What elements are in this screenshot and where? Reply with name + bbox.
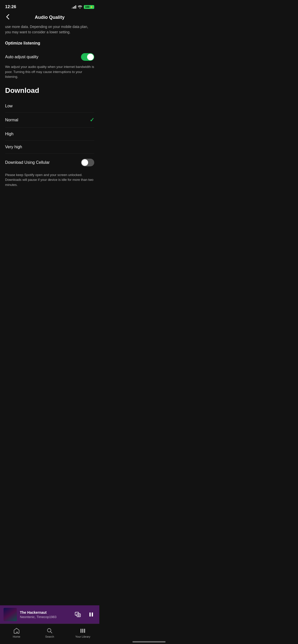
download-quality-low[interactable]: Low xyxy=(5,100,94,113)
status-icons: 100⚡ xyxy=(72,5,94,9)
settings-content: use more data. Depending on your mobile … xyxy=(0,24,99,187)
status-bar: 12:26 100⚡ xyxy=(0,0,99,12)
download-quality-normal[interactable]: Normal ✓ xyxy=(5,113,94,128)
battery-icon: 100⚡ xyxy=(84,5,94,9)
optimize-section-title: Optimize listening xyxy=(5,41,94,46)
cellular-description: Please keep Spotify open and your screen… xyxy=(5,172,94,187)
download-section-title: Download xyxy=(5,86,94,95)
page-title: Audio Quality xyxy=(35,15,65,20)
selected-checkmark: ✓ xyxy=(90,117,94,123)
auto-adjust-description: We adjust your audio quality when your i… xyxy=(5,64,94,79)
status-time: 12:26 xyxy=(5,4,16,9)
option-label-normal: Normal xyxy=(5,118,18,122)
option-label-low: Low xyxy=(5,104,12,108)
auto-adjust-label: Auto adjust quality xyxy=(5,55,38,59)
cellular-row: Download Using Cellular xyxy=(5,155,94,170)
page-header: Audio Quality xyxy=(0,12,99,24)
auto-adjust-toggle[interactable] xyxy=(81,53,94,61)
toggle-thumb xyxy=(87,54,94,60)
option-label-high: High xyxy=(5,132,13,136)
signal-icon xyxy=(72,5,76,9)
download-quality-high[interactable]: High xyxy=(5,128,94,141)
back-button[interactable] xyxy=(5,13,10,22)
truncated-description: use more data. Depending on your mobile … xyxy=(5,24,94,35)
option-label-very-high: Very high xyxy=(5,145,22,149)
cellular-toggle[interactable] xyxy=(81,159,94,166)
wifi-icon xyxy=(78,5,82,9)
download-quality-very-high[interactable]: Very high xyxy=(5,141,94,154)
cellular-toggle-thumb xyxy=(82,159,88,166)
cellular-label: Download Using Cellular xyxy=(5,160,50,165)
auto-adjust-row: Auto adjust quality xyxy=(5,50,94,64)
